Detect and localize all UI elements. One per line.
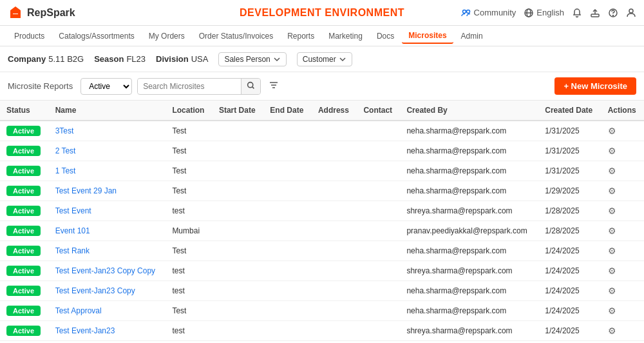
upload-icon-btn[interactable]: [590, 8, 600, 18]
actions-gear-btn-2[interactable]: ⚙: [608, 166, 616, 176]
actions-gear-btn-10[interactable]: ⚙: [608, 326, 616, 336]
cell-end-date-9: [263, 301, 312, 321]
microsites-table: Status Name Location Start Date End Date…: [0, 101, 644, 343]
cell-actions-1: ⚙: [601, 141, 644, 161]
svg-rect-7: [591, 14, 599, 17]
cell-address-3: [312, 181, 357, 201]
nav-catalogs[interactable]: Catalogs/Assortments: [52, 29, 140, 43]
search-box: [137, 78, 261, 95]
actions-gear-btn-1[interactable]: ⚙: [608, 146, 616, 156]
cell-end-date-0: [263, 121, 312, 141]
cell-name-1: 2 Test: [49, 141, 166, 161]
cell-address-8: [312, 281, 357, 301]
status-filter-select[interactable]: Active Inactive All: [80, 78, 132, 95]
help-icon-btn[interactable]: [608, 8, 618, 18]
cell-end-date-7: [263, 261, 312, 281]
cell-contact-10: [357, 321, 400, 341]
table-row: Active Test Event-Jan23 Copy Copy test s…: [0, 261, 644, 281]
nav-microsites[interactable]: Microsites: [402, 28, 453, 44]
microsite-name-link-3[interactable]: Test Event 29 Jan: [55, 186, 117, 195]
cell-location-2: Test: [166, 161, 213, 181]
sales-person-dropdown[interactable]: Sales Person: [218, 52, 286, 66]
actions-gear-btn-0[interactable]: ⚙: [608, 126, 616, 136]
cell-created-by-4: shreya.sharma@repspark.com: [400, 201, 538, 221]
actions-gear-btn-7[interactable]: ⚙: [608, 266, 616, 276]
chevron-down-icon-2: [339, 55, 346, 63]
cell-created-by-9: neha.sharma@repspark.com: [400, 301, 538, 321]
user-profile-btn[interactable]: [626, 8, 636, 18]
nav-products[interactable]: Products: [8, 29, 51, 43]
search-input[interactable]: [138, 79, 241, 93]
nav-marketing[interactable]: Marketing: [322, 29, 369, 43]
microsite-name-link-1[interactable]: 2 Test: [55, 146, 76, 155]
cell-name-6: Test Rank: [49, 241, 166, 261]
cell-start-date-1: [213, 141, 263, 161]
new-microsite-button[interactable]: + New Microsite: [554, 77, 636, 95]
actions-gear-btn-5[interactable]: ⚙: [608, 226, 616, 236]
cell-name-2: 1 Test: [49, 161, 166, 181]
microsite-name-link-5[interactable]: Event 101: [55, 226, 90, 235]
cell-location-11: Test: [166, 341, 213, 344]
cell-contact-9: [357, 301, 400, 321]
cell-name-7: Test Event-Jan23 Copy Copy: [49, 261, 166, 281]
cell-status-2: Active: [0, 161, 49, 181]
cell-created-by-10: shreya.sharma@repspark.com: [400, 321, 538, 341]
actions-gear-btn-4[interactable]: ⚙: [608, 206, 616, 216]
actions-gear-btn-3[interactable]: ⚙: [608, 186, 616, 196]
community-link[interactable]: Community: [461, 8, 516, 18]
col-created-date: Created Date: [538, 101, 601, 121]
col-actions: Actions: [601, 101, 644, 121]
nav-my-orders[interactable]: My Orders: [142, 29, 191, 43]
search-button[interactable]: [241, 79, 260, 94]
cell-created-date-7: 1/24/2025: [538, 261, 601, 281]
cell-start-date-6: [213, 241, 263, 261]
question-icon: [608, 8, 618, 18]
cell-location-6: Test: [166, 241, 213, 261]
col-status: Status: [0, 101, 49, 121]
cell-actions-2: ⚙: [601, 161, 644, 181]
cell-created-date-1: 1/31/2025: [538, 141, 601, 161]
chevron-down-icon: [273, 55, 281, 63]
upload-icon: [590, 8, 600, 18]
cell-name-10: Test Event-Jan23: [49, 321, 166, 341]
actions-gear-btn-9[interactable]: ⚙: [608, 306, 616, 316]
customer-dropdown[interactable]: Customer: [297, 52, 352, 66]
microsite-name-link-0[interactable]: 3Test: [55, 126, 74, 135]
actions-gear-btn-6[interactable]: ⚙: [608, 246, 616, 256]
logo[interactable]: RepSpark: [8, 5, 75, 21]
cell-created-date-8: 1/24/2025: [538, 281, 601, 301]
microsite-name-link-8[interactable]: Test Event-Jan23 Copy: [55, 286, 135, 295]
svg-point-11: [629, 9, 633, 13]
cell-actions-9: ⚙: [601, 301, 644, 321]
cell-address-9: [312, 301, 357, 321]
cell-end-date-3: [263, 181, 312, 201]
cell-start-date-11: [213, 341, 263, 344]
status-badge-2: Active: [6, 166, 41, 176]
actions-gear-btn-8[interactable]: ⚙: [608, 286, 616, 296]
table-row: Active Manager Approval Copy Test omkar …: [0, 341, 644, 344]
season-label: Season: [94, 54, 124, 64]
globe-icon: [524, 8, 534, 18]
cell-status-7: Active: [0, 261, 49, 281]
notifications-icon[interactable]: [572, 8, 582, 18]
microsite-name-link-6[interactable]: Test Rank: [55, 246, 90, 255]
nav-reports[interactable]: Reports: [281, 29, 321, 43]
microsite-name-link-7[interactable]: Test Event-Jan23 Copy Copy: [55, 266, 155, 275]
microsite-name-link-4[interactable]: Test Event: [55, 206, 91, 215]
user-icon: [626, 8, 636, 18]
nav-bar: Products Catalogs/Assortments My Orders …: [0, 26, 644, 46]
language-selector[interactable]: English: [524, 8, 564, 18]
microsite-name-link-9[interactable]: Test Approval: [55, 306, 102, 315]
col-name: Name: [49, 101, 166, 121]
season-value: FL23: [126, 54, 146, 64]
nav-docs[interactable]: Docs: [370, 29, 401, 43]
nav-order-status[interactable]: Order Status/Invoices: [193, 29, 279, 43]
microsite-name-link-2[interactable]: 1 Test: [55, 166, 76, 175]
filter-options-button[interactable]: [266, 77, 281, 95]
cell-start-date-10: [213, 321, 263, 341]
microsite-name-link-10[interactable]: Test Event-Jan23: [55, 326, 115, 335]
svg-rect-1: [13, 14, 18, 18]
col-created-by: Created By: [400, 101, 538, 121]
table-row: Active Test Approval Test neha.sharma@re…: [0, 301, 644, 321]
nav-admin[interactable]: Admin: [455, 29, 489, 43]
